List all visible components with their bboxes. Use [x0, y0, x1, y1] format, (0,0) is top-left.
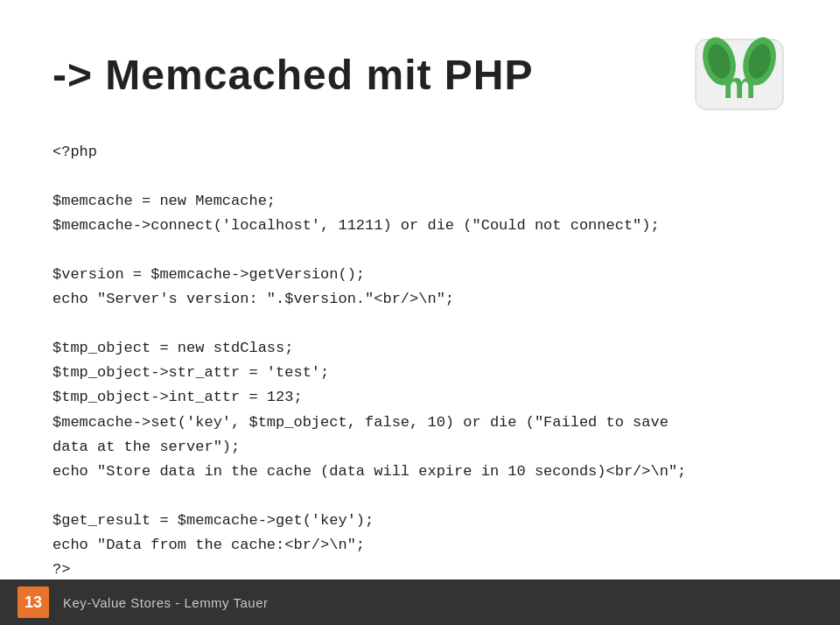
code-line-7: echo "Server's version: ".$version."<br/…: [52, 287, 788, 312]
memcached-logo: m: [691, 35, 788, 114]
code-line-1: <?php: [52, 140, 788, 165]
code-line-12: $memcache->set('key', $tmp_object, false…: [52, 411, 788, 435]
code-line-6: $version = $memcache->getVersion();: [52, 263, 788, 287]
code-line-9: $tmp_object = new stdClass;: [52, 336, 788, 361]
svg-text:m: m: [723, 65, 755, 106]
slide: -> Memcached mit PHP m <?php $memcache =…: [0, 0, 840, 625]
code-line-2: [52, 165, 788, 189]
code-line-4: $memcache->connect('localhost', 11211) o…: [52, 214, 788, 238]
code-line-18: ?>: [52, 558, 788, 582]
code-line-11: $tmp_object->int_attr = 123;: [52, 385, 788, 410]
slide-number: 13: [18, 586, 49, 618]
code-line-8: [52, 312, 788, 336]
code-line-16: $get_result = $memcache->get('key');: [52, 509, 788, 533]
footer-text: Key-Value Stores - Lemmy Tauer: [63, 595, 269, 610]
code-line-13: data at the server");: [52, 435, 788, 460]
code-line-5: [52, 238, 788, 263]
code-line-17: echo "Data from the cache:<br/>\n";: [52, 533, 788, 558]
code-line-14: echo "Store data in the cache (data will…: [52, 460, 788, 484]
code-line-10: $tmp_object->str_attr = 'test';: [52, 361, 788, 385]
code-line-15: [52, 484, 788, 509]
code-block: <?php $memcache = new Memcache; $memcach…: [52, 140, 788, 582]
footer: 13 Key-Value Stores - Lemmy Tauer: [0, 579, 840, 625]
code-line-3: $memcache = new Memcache;: [52, 189, 788, 214]
header: -> Memcached mit PHP m: [52, 35, 788, 114]
slide-title: -> Memcached mit PHP: [52, 51, 534, 99]
